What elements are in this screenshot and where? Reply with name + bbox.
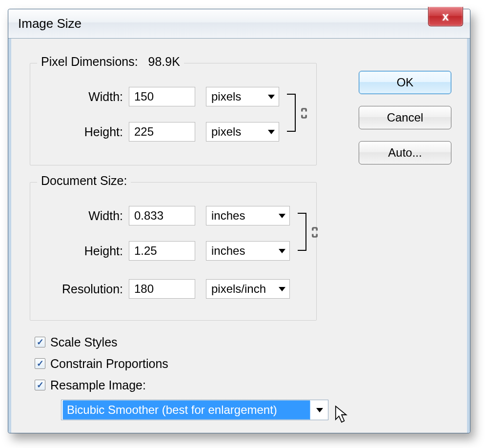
check-icon: ✓ (37, 381, 44, 389)
chevron-down-icon (268, 130, 275, 134)
cursor-icon (334, 406, 349, 424)
close-icon: x (442, 11, 448, 22)
pixel-height-unit-select[interactable]: pixels (206, 122, 279, 142)
panel: OK Cancel Auto... Pixel Dimensions: 98.9… (16, 48, 462, 425)
cancel-button-label: Cancel (387, 111, 424, 124)
pixel-dimensions-group: Pixel Dimensions: 98.9K Width: pixels (30, 63, 317, 165)
resample-method-value: Bicubic Smoother (best for enlargement) (62, 400, 310, 420)
doc-link-bracket (298, 213, 306, 251)
pixel-dimensions-legend: Pixel Dimensions: 98.9K (37, 55, 184, 69)
auto-button-label: Auto... (388, 146, 422, 160)
pixel-dimensions-legend-prefix: Pixel Dimensions: (41, 55, 138, 68)
resolution-input[interactable] (129, 279, 195, 299)
chevron-down-icon (279, 214, 285, 218)
image-size-dialog: Image Size x OK Cancel Auto... (8, 9, 470, 433)
chevron-down-icon (279, 287, 285, 291)
resolution-unit-select[interactable]: pixels/inch (206, 279, 290, 299)
doc-width-input[interactable] (129, 206, 195, 225)
constrain-proportions-checkbox[interactable]: ✓ (35, 358, 45, 369)
resolution-label: Resolution: (30, 282, 123, 296)
doc-height-input[interactable] (129, 241, 195, 261)
pixel-width-label: Width: (30, 90, 123, 104)
link-icon (310, 226, 319, 238)
resample-image-row: ✓ Resample Image: (35, 374, 168, 396)
chevron-down-icon (268, 95, 275, 99)
constrain-proportions-label: Constrain Proportions (50, 357, 168, 371)
titlebar[interactable]: Image Size x (8, 9, 470, 39)
pixel-width-input[interactable] (129, 87, 195, 106)
pixel-height-unit-value: pixels (211, 125, 241, 139)
document-size-legend: Document Size: (37, 174, 131, 188)
pixel-height-label: Height: (30, 125, 123, 139)
ok-button[interactable]: OK (359, 71, 451, 94)
doc-width-label: Width: (30, 209, 123, 223)
close-button[interactable]: x (428, 7, 463, 26)
scale-styles-label: Scale Styles (50, 335, 118, 349)
pixel-height-input[interactable] (129, 122, 195, 142)
link-icon (300, 107, 308, 119)
auto-button[interactable]: Auto... (359, 141, 451, 164)
ok-button-label: OK (397, 76, 414, 89)
check-icon: ✓ (37, 338, 44, 346)
client-area: OK Cancel Auto... Pixel Dimensions: 98.9… (8, 39, 470, 433)
pixel-width-unit-value: pixels (211, 90, 241, 103)
doc-width-unit-select[interactable]: inches (206, 206, 290, 225)
chevron-down-icon (316, 408, 323, 412)
document-size-group: Document Size: Width: inches Height: (30, 182, 317, 321)
pixel-dimensions-size: 98.9K (148, 55, 180, 68)
pixel-link-bracket (287, 94, 296, 132)
scale-styles-checkbox[interactable]: ✓ (35, 337, 45, 347)
cancel-button[interactable]: Cancel (359, 106, 451, 129)
doc-width-unit-value: inches (211, 209, 245, 223)
chevron-down-icon (279, 249, 285, 253)
pixel-width-unit-select[interactable]: pixels (206, 87, 279, 106)
resample-image-label: Resample Image: (50, 378, 146, 392)
constrain-proportions-row: ✓ Constrain Proportions (35, 353, 168, 374)
resample-method-select[interactable]: Bicubic Smoother (best for enlargement) (61, 400, 328, 420)
doc-height-label: Height: (30, 244, 123, 258)
scale-styles-row: ✓ Scale Styles (35, 331, 168, 353)
check-icon: ✓ (37, 359, 44, 368)
resample-image-checkbox[interactable]: ✓ (35, 380, 45, 390)
resolution-unit-value: pixels/inch (211, 282, 266, 296)
doc-height-unit-select[interactable]: inches (206, 241, 290, 261)
window-title: Image Size (8, 16, 81, 31)
doc-height-unit-value: inches (211, 244, 245, 258)
